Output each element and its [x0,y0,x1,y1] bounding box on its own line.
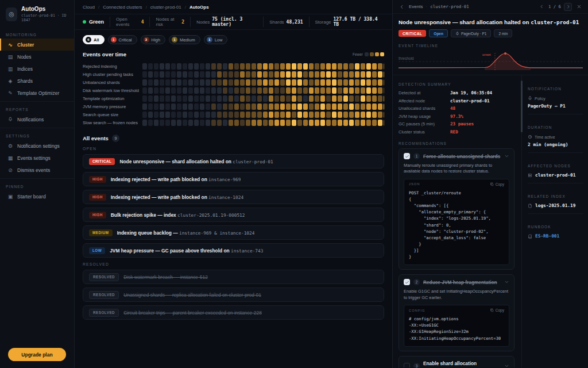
rail-value: logs-2025.01.19 [528,203,583,208]
heatmap-cell [274,120,279,126]
heatmap-row-cells [142,79,384,86]
event-row[interactable]: HIGHIndexing rejected — write path block… [83,172,384,186]
heatmap-cell [194,79,199,86]
status-metric-label: Nodes at risk [156,17,179,27]
heatmap-cell [269,95,273,102]
heatmap-cell [349,103,354,110]
sidebar-item-notifications[interactable]: Notifications [0,113,74,125]
next-event-button[interactable] [564,3,572,11]
sidebar-item-indices[interactable]: ▥Indices [0,63,74,75]
event-row[interactable]: MEDIUMIndexing queue backlog — instance-… [83,225,384,240]
heatmap-cell [148,63,153,70]
back-chevron-icon[interactable] [398,3,406,11]
recommendation-header[interactable]: 2Reduce JVM heap fragmentation [404,279,509,285]
all-events-header: All events 9 [83,135,384,142]
heatmap-cell [349,63,354,70]
heatmap-cell [366,112,371,118]
event-row[interactable]: HIGHIndexing rejected — write path block… [83,190,384,204]
filter-high[interactable]: 3High [141,35,165,44]
heatmap-cell [246,112,250,118]
recommendation-checkbox[interactable] [404,363,410,367]
heatmap-cell [320,63,325,70]
heatmap-cell [142,112,147,118]
copy-button[interactable]: Copy [490,182,504,186]
heatmap-cell [320,95,325,102]
recommendation-checkbox[interactable] [404,279,410,285]
sidebar-item-nodes[interactable]: ▤Nodes [0,51,74,63]
heatmap-cell [171,63,176,70]
heatmap-row: Template optimization [83,94,384,102]
heatmap-cell [280,79,285,86]
breadcrumb-item[interactable]: Connected clusters [103,5,142,10]
upgrade-plan-button[interactable]: Upgrade plan [8,348,66,361]
detection-row: Detected atJan 19, 06:35:04 [399,89,514,97]
heatmap-cell [326,120,331,126]
event-row[interactable]: RESOLVEDCircuit breaker trips — parent b… [83,305,384,320]
event-row[interactable]: CRITICALNode unresponsive — shard alloca… [83,154,384,168]
rail-value[interactable]: ES-RB-001 [528,233,583,239]
filter-low[interactable]: 1Low [204,35,228,44]
heatmap-cell [246,103,250,110]
sidebar-section: MONITORING∿Cluster▤Nodes▥Indices◈Shards✎… [0,27,74,99]
panel-breadcrumb-events[interactable]: Events [409,4,423,9]
event-row[interactable]: RESOLVEDDisk watermark breach — instance… [83,270,384,284]
heatmap-cell [332,103,336,110]
filter-all[interactable]: 6All [83,35,105,44]
chevron-down-icon[interactable] [504,279,509,285]
rail-section-label: RUNBOOK [528,225,551,229]
heatmap-cell [177,87,181,94]
prev-event-button[interactable] [537,3,546,11]
event-row[interactable]: HIGHBulk rejection spike — index cluster… [83,208,384,222]
heatmap-row-label: Rejected indexing [83,64,142,69]
filter-critical[interactable]: 1Critical [108,35,137,44]
heatmap-cell [286,63,291,70]
heatmap-row-label: JVM memory pressure [83,104,142,109]
sidebar-item-dismiss-events[interactable]: ⊘Dismiss events [0,164,74,176]
close-panel-button[interactable] [575,3,583,11]
recommendation-header[interactable]: 3Enable shard allocation awareness [404,361,509,367]
chevron-down-icon[interactable] [504,154,509,159]
recommendation-header[interactable]: 1Force-allocate unassigned shards [404,153,509,159]
heatmap-cell [148,120,153,126]
sidebar-item-cluster[interactable]: ∿Cluster [0,39,74,51]
sidebar-item-starter-board[interactable]: ▣Starter board [0,190,74,202]
chevron-down-icon[interactable] [504,363,509,367]
bell-icon [455,32,459,36]
severity-badge: HIGH [89,212,106,218]
sidebar-item-events-settings[interactable]: ▦Events settings [0,152,74,164]
heatmap-cell [343,87,348,94]
status-metric-value: 75 (incl. 3 master) [212,17,257,27]
sidebar-item-template-optimizer[interactable]: ✎Template Optimizer [0,87,74,99]
heatmap-cell [252,120,256,126]
heatmap-cell [349,71,354,78]
heatmap-cell [372,87,377,94]
heatmap-cell [269,112,273,118]
breadcrumb-item[interactable]: Cloud [83,5,95,10]
recommendation-checkbox[interactable] [404,153,410,159]
panel-scrollbar[interactable] [521,80,523,132]
sidebar-item-notification-settings[interactable]: ⚙Notification settings [0,140,74,152]
copy-button[interactable]: Copy [490,308,504,312]
sidebar-item-shards[interactable]: ◈Shards [0,75,74,87]
heatmap-cell [269,87,273,94]
heatmap-cell [223,112,227,118]
breadcrumb-item[interactable]: cluster-prod-01 [150,5,181,10]
heatmap-cell [229,103,233,110]
heatmap-cell [188,63,193,70]
event-row[interactable]: RESOLVEDUnassigned shards — replica allo… [83,288,384,302]
heatmap-cell [229,120,233,126]
filter-medium[interactable]: 1Medium [169,35,200,44]
heatmap-cell [200,112,204,118]
breadcrumb-item[interactable]: AutoOps [189,5,209,10]
status-metric-label: Nodes [196,20,210,25]
heatmap-cell [183,71,187,78]
code-content: # config/jvm.options -XX:+UseG1GC -XX:G1… [404,312,509,346]
heatmap-cell [315,112,319,118]
heatmap-cell [366,63,371,70]
heatmap-cell [240,112,245,118]
detection-row-value: 23 pauses [450,121,514,126]
heatmap-cell [297,79,302,86]
event-row[interactable]: LOWJVM heap pressure — GC pause above th… [83,243,384,258]
heatmap-cell [366,120,371,126]
heatmap-cell [148,71,153,78]
